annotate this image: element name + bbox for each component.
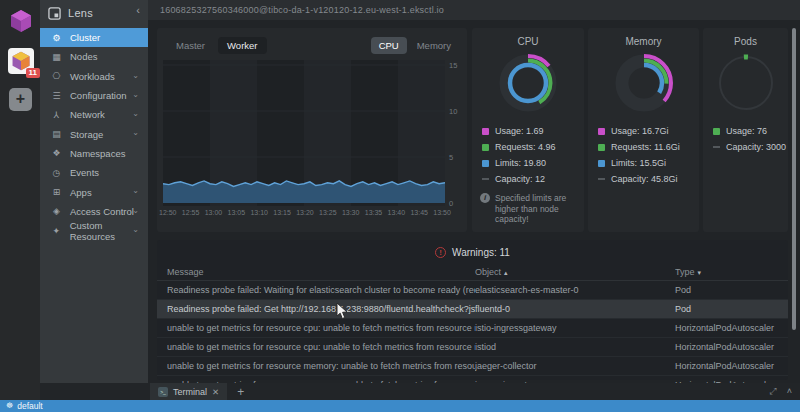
mouse-cursor [336,302,348,320]
cpu-donut-chart [496,51,560,115]
table-row-highlighted[interactable]: Readiness probe failed: Get http://192.1… [157,300,788,319]
sidebar-item-nodes[interactable]: ▦ Nodes [40,47,148,66]
chevron-down-icon: ⌄ [132,128,139,137]
sidebar-item-label: Configuration [70,90,127,101]
toggle-memory[interactable]: Memory [409,37,459,54]
dock-controls: ⤢ ˄ [770,386,792,397]
cpu-usage-value: Usage: 1.69 [495,126,544,136]
cluster-rail: 11 + [0,0,40,400]
sidebar-item-label: Events [70,167,99,178]
sidebar-item-storage[interactable]: ▤ Storage ⌄ [40,124,148,143]
info-icon: i [480,193,490,203]
warnings-header: ! Warnings: 11 [157,240,788,264]
capacity-legend-dash [713,146,720,148]
y-axis-tick: 5 [449,153,463,162]
chevron-down-icon: ⌄ [132,109,139,118]
memory-metrics-card: Memory Usage: 16.7Gi Requests: 11.6Gi Li… [588,28,699,232]
terminal-tab-label: Terminal [173,387,207,397]
table-row[interactable]: Readiness probe failed: Waiting for elas… [157,281,788,300]
lens-app-window: 11 + Lens ‹ ⚙ Cluster ▦ Nodes ⎔ Workloa [0,0,800,412]
purple-cube-icon [8,8,34,34]
nodes-icon: ▦ [51,52,62,62]
new-terminal-button[interactable]: + [237,385,244,399]
pods-card-title: Pods [703,28,788,47]
sidebar-nav: ⚙ Cluster ▦ Nodes ⎔ Workloads ⌄ ☰ Config… [40,28,148,240]
toggle-cpu[interactable]: CPU [371,37,407,54]
capacity-legend-dash [598,178,605,180]
cpu-limits-value: Limits: 19.80 [495,158,546,168]
cluster-icon-2[interactable]: 11 [8,48,34,74]
sidebar-item-events[interactable]: ◷ Events [40,163,148,182]
column-object[interactable]: Object▴ [475,267,675,277]
configuration-icon: ☰ [51,91,62,101]
sort-asc-icon: ▴ [504,269,508,276]
events-clock-icon: ◷ [51,168,62,178]
add-cluster-button[interactable]: + [9,88,32,111]
warnings-table-header: Message Object▴ Type▾ [157,264,788,281]
active-namespace[interactable]: default [17,401,43,411]
x-axis-ticks: 12:5012:55 13:0013:05 13:1013:15 13:2013… [159,209,451,216]
cpu-card-title: CPU [472,28,584,47]
sidebar-item-cluster[interactable]: ⚙ Cluster [40,28,148,47]
pods-usage-value: Usage: 76 [726,126,767,136]
requests-legend-swatch [482,144,489,151]
sidebar-item-namespaces[interactable]: ❖ Namespaces [40,144,148,163]
memory-usage-value: Usage: 16.7Gi [611,126,669,136]
warnings-count: Warnings: 11 [452,247,510,258]
usage-legend-swatch [598,128,605,135]
sidebar-item-network[interactable]: ⅄ Network ⌄ [40,105,148,124]
tab-worker[interactable]: Worker [218,37,266,54]
sidebar-item-label: Access Control [70,206,134,217]
cpu-capacity-value: Capacity: 12 [495,174,545,184]
table-row[interactable]: unable to get metrics for resource cpu: … [157,319,788,338]
sidebar-item-configuration[interactable]: ☰ Configuration ⌄ [40,86,148,105]
sidebar-item-label: Nodes [70,51,97,62]
terminal-tab[interactable]: >_ Terminal ✕ [150,383,227,400]
expand-dock-icon[interactable]: ⤢ [770,386,777,397]
app-brand: Lens [68,7,93,19]
memory-capacity-value: Capacity: 45.8Gi [611,174,678,184]
tab-master[interactable]: Master [167,37,214,54]
vertical-scrollbar[interactable] [792,28,796,330]
limits-legend-swatch [482,160,489,167]
metrics-chart-card: Master Worker CPU Memory 15 10 5 0 12:50… [157,28,467,232]
memory-legend: Usage: 16.7Gi Requests: 11.6Gi Limits: 1… [598,123,699,187]
namespaces-icon: ❖ [51,148,62,158]
sidebar-item-access-control[interactable]: ◈ Access Control ⌄ [40,202,148,221]
cpu-limit-warning: i Specified limits are higher than node … [480,193,576,225]
access-control-shield-icon: ◈ [51,206,62,216]
column-type[interactable]: Type▾ [675,267,778,277]
cluster-icon-1[interactable] [8,8,34,34]
area-chart-svg [163,60,445,206]
memory-requests-value: Requests: 11.6Gi [611,142,680,152]
capacity-legend-dash [482,178,489,180]
chevron-down-icon: ⌄ [132,225,139,234]
metric-type-toggle: CPU Memory [371,37,459,54]
y-axis-tick: 0 [449,199,463,208]
close-icon[interactable]: ✕ [212,387,219,397]
status-bar: ☸ default [0,400,800,412]
sidebar-item-label: Storage [70,129,103,140]
sidebar-item-label: Cluster [70,32,100,43]
cluster-url: 1606825327560346000@tibco-da-1-v120120-1… [160,5,444,15]
column-message[interactable]: Message [167,267,475,277]
chevron-down-icon: ⌄ [132,186,139,195]
sidebar-item-custom-resources[interactable]: ✦ Custom Resources ⌄ [40,221,148,240]
limits-legend-swatch [598,160,605,167]
topbar: 1606825327560346000@tibco-da-1-v120120-1… [148,0,800,20]
collapse-dock-icon[interactable]: ˄ [787,386,792,397]
sidebar-collapse-icon[interactable]: ‹ [136,4,140,16]
sidebar-item-apps[interactable]: ⊞ Apps ⌄ [40,182,148,201]
pods-capacity-value: Capacity: 3000 [726,142,786,152]
pods-donut-chart [714,51,778,115]
storage-icon: ▤ [51,129,62,139]
pods-legend: Usage: 76 Capacity: 3000 [713,123,788,155]
table-row[interactable]: unable to get metrics for resource cpu: … [157,338,788,357]
memory-donut-chart [612,51,676,115]
table-row[interactable]: unable to get metrics for resource memor… [157,357,788,376]
cluster-gear-icon: ⚙ [51,33,62,43]
sidebar-item-workloads[interactable]: ⎔ Workloads ⌄ [40,67,148,86]
apps-grid-icon: ⊞ [51,187,62,197]
lens-logo-icon [48,7,61,20]
namespace-icon: ☸ [6,400,13,412]
